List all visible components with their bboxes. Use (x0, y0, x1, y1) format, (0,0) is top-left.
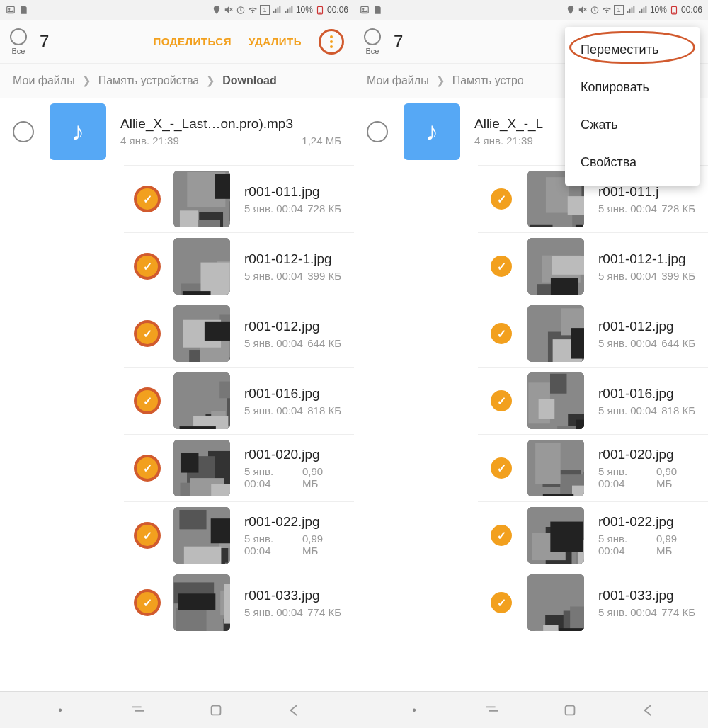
file-name: r001-022.jpg (244, 514, 341, 530)
file-row[interactable]: r001-012.jpg5 янв. 00:04644 КБ (478, 300, 708, 367)
file-row[interactable]: r001-033.jpg5 янв. 00:04774 КБ (478, 569, 708, 636)
image-thumbnail (173, 372, 230, 429)
wifi-icon (248, 5, 258, 15)
file-info: Allie_X_-_Last…on.pro).mp34 янв. 21:391,… (120, 116, 341, 147)
crumb-root[interactable]: Мои файлы (13, 74, 75, 87)
file-checkbox[interactable] (491, 188, 512, 210)
file-row[interactable]: r001-020.jpg5 янв. 00:040,90 МБ (124, 434, 354, 501)
menu-compress[interactable]: Сжать (565, 106, 700, 144)
file-meta: 5 янв. 00:04399 КБ (598, 270, 695, 282)
crumb-current: Download (222, 74, 276, 87)
file-row[interactable]: r001-020.jpg5 янв. 00:040,90 МБ (478, 434, 708, 501)
nav-home-button[interactable] (208, 703, 224, 718)
more-button[interactable] (319, 29, 344, 55)
svg-rect-69 (568, 196, 584, 215)
file-info: r001-022.jpg5 янв. 00:040,99 МБ (244, 514, 341, 557)
file-checkbox[interactable] (137, 256, 158, 277)
file-checkbox[interactable] (491, 256, 512, 277)
select-all-button[interactable]: Все (10, 28, 27, 55)
nav-back-button[interactable] (286, 703, 302, 718)
file-info: r001-016.jpg5 янв. 00:04818 КБ (598, 386, 695, 416)
image-icon (6, 5, 16, 15)
image-thumbnail (527, 238, 584, 295)
file-date: 5 янв. 00:04 (598, 270, 657, 282)
nav-overview-icon[interactable]: • (52, 703, 68, 718)
sim-icon: 1 (260, 5, 270, 15)
location-icon (212, 5, 222, 15)
file-row[interactable]: r001-016.jpg5 янв. 00:04818 КБ (478, 367, 708, 434)
battery-icon (669, 5, 679, 15)
svg-rect-52 (176, 608, 207, 631)
status-bar: 1 10% 00:06 (354, 0, 708, 20)
file-row[interactable]: r001-012-1.jpg5 янв. 00:04399 КБ (124, 232, 354, 300)
file-checkbox[interactable] (491, 323, 512, 344)
image-thumbnail (527, 574, 584, 631)
signal-icon-2 (638, 5, 648, 15)
menu-properties[interactable]: Свойства (565, 144, 700, 181)
nav-home-button[interactable] (562, 703, 578, 718)
file-checkbox[interactable] (491, 525, 512, 546)
svg-rect-65 (530, 225, 552, 227)
file-name: Allie_X_-_Last…on.pro).mp3 (120, 116, 341, 132)
file-meta: 5 янв. 00:04644 КБ (244, 337, 341, 349)
file-row[interactable]: r001-022.jpg5 янв. 00:040,99 МБ (478, 501, 708, 569)
svg-rect-40 (211, 484, 230, 496)
file-size: 728 КБ (661, 203, 695, 215)
file-meta: 5 янв. 00:04728 КБ (598, 203, 695, 215)
file-row[interactable]: r001-033.jpg5 янв. 00:04774 КБ (124, 569, 354, 636)
file-date: 5 янв. 00:04 (244, 203, 303, 215)
file-info: r001-012-1.jpg5 янв. 00:04399 КБ (598, 251, 695, 282)
crumb-storage[interactable]: Память устройства (98, 74, 200, 87)
svg-rect-31 (219, 382, 230, 399)
file-checkbox[interactable] (137, 188, 158, 210)
image-thumbnail (173, 574, 230, 631)
nav-recents-button[interactable] (130, 703, 146, 718)
signal-icon-2 (284, 5, 294, 15)
chevron-right-icon: ❯ (82, 74, 91, 87)
image-thumbnail (173, 238, 230, 295)
file-row[interactable]: r001-016.jpg5 янв. 00:04818 КБ (124, 367, 354, 434)
file-checkbox[interactable] (491, 390, 512, 411)
select-all-button[interactable]: Все (364, 28, 381, 55)
file-checkbox[interactable] (491, 592, 512, 613)
file-name: r001-020.jpg (598, 447, 695, 462)
file-checkbox[interactable] (367, 121, 388, 142)
nav-recents-button[interactable] (484, 703, 500, 718)
file-checkbox[interactable] (137, 457, 158, 479)
sim-icon: 1 (614, 5, 624, 15)
file-info: r001-011.jpg5 янв. 00:04728 КБ (244, 184, 341, 215)
crumb-root[interactable]: Мои файлы (367, 74, 429, 87)
file-checkbox[interactable] (137, 390, 158, 411)
file-checkbox[interactable] (137, 592, 158, 613)
svg-rect-87 (550, 374, 566, 394)
file-meta: 5 янв. 00:04399 КБ (244, 270, 341, 282)
share-button[interactable]: ПОДЕЛИТЬСЯ (154, 35, 232, 47)
nav-back-button[interactable] (640, 703, 656, 718)
svg-rect-56 (212, 705, 221, 715)
highlight-ring (569, 31, 695, 64)
svg-rect-98 (543, 494, 573, 496)
svg-rect-54 (224, 584, 230, 623)
file-row[interactable]: r001-012.jpg5 янв. 00:04644 КБ (124, 300, 354, 367)
select-all-label: Все (366, 47, 379, 55)
image-thumbnail (173, 440, 230, 496)
clock: 00:06 (681, 5, 702, 15)
file-size: 0,99 МБ (656, 533, 695, 557)
file-size: 1,24 МБ (302, 135, 341, 147)
delete-button[interactable]: УДАЛИТЬ (249, 35, 302, 47)
file-row[interactable]: r001-012-1.jpg5 янв. 00:04399 КБ (478, 232, 708, 300)
file-row[interactable]: r001-022.jpg5 янв. 00:040,99 МБ (124, 501, 354, 569)
file-checkbox[interactable] (137, 525, 158, 546)
file-row[interactable]: ♪Allie_X_-_Last…on.pro).mp34 янв. 21:391… (0, 98, 354, 165)
crumb-storage[interactable]: Память устро (452, 74, 524, 87)
file-checkbox[interactable] (137, 323, 158, 344)
file-date: 5 янв. 00:04 (244, 465, 302, 489)
nav-overview-icon[interactable]: • (406, 703, 422, 718)
menu-copy[interactable]: Копировать (565, 69, 700, 106)
file-checkbox[interactable] (13, 121, 34, 142)
file-size: 399 КБ (307, 270, 341, 282)
file-info: r001-022.jpg5 янв. 00:040,99 МБ (598, 514, 695, 557)
file-checkbox[interactable] (491, 457, 512, 479)
file-row[interactable]: r001-011.jpg5 янв. 00:04728 КБ (124, 165, 354, 232)
file-meta: 5 янв. 00:04774 КБ (598, 606, 695, 618)
